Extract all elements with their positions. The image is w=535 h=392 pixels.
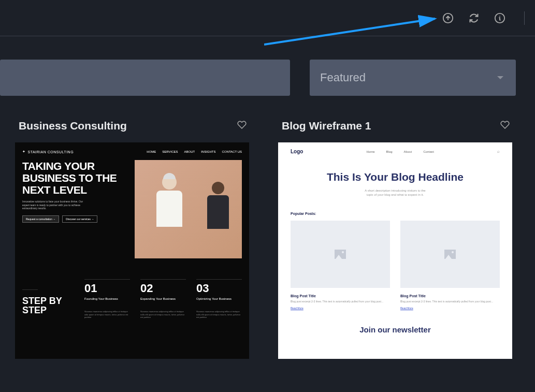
card-header: Business Consulting bbox=[10, 120, 254, 142]
preview-subtext: A short description introducing visitors… bbox=[291, 188, 500, 197]
preview-section-title: Popular Posts: bbox=[291, 212, 500, 215]
card-title: Business Consulting bbox=[19, 120, 127, 132]
preview-post: Blog Post Title Blog post excerpt 2-3 li… bbox=[291, 221, 390, 310]
toolbar bbox=[0, 0, 535, 36]
info-icon[interactable] bbox=[494, 12, 505, 24]
toolbar-divider bbox=[524, 11, 525, 25]
card-title: Blog Wireframe 1 bbox=[282, 120, 371, 132]
card-header: Blog Wireframe 1 bbox=[273, 120, 517, 142]
template-cards: Business Consulting ✦STAIRIAN CONSULTING… bbox=[0, 96, 535, 359]
refresh-icon[interactable] bbox=[468, 12, 480, 24]
upload-icon[interactable] bbox=[442, 12, 454, 24]
preview-headline: This Is Your Blog Headline bbox=[291, 171, 500, 183]
template-card[interactable]: Business Consulting ✦STAIRIAN CONSULTING… bbox=[10, 120, 254, 359]
preview-nav: Home Blog About Contact bbox=[367, 150, 434, 153]
preview-search-icon: ⌕ bbox=[497, 149, 500, 154]
preview-post-image bbox=[400, 221, 500, 288]
template-preview: Logo Home Blog About Contact ⌕ This Is Y… bbox=[278, 142, 512, 359]
preview-cta2: Discover our services → bbox=[62, 215, 97, 223]
sort-dropdown[interactable]: Featured bbox=[310, 60, 516, 96]
filters-row: Featured bbox=[0, 36, 535, 96]
preview-cta1: Request a consultation → bbox=[22, 215, 59, 223]
favorite-icon[interactable] bbox=[500, 120, 510, 132]
preview-logo: Logo bbox=[291, 149, 303, 154]
preview-brand: ✦STAIRIAN CONSULTING bbox=[22, 150, 74, 154]
preview-nav: HOME SERVICES ABOUT INSIGHTS CONTACT US bbox=[147, 150, 242, 153]
chevron-down-icon bbox=[497, 76, 503, 79]
preview-headline: TAKING YOUR BUSINESS TO THE NEXT LEVEL bbox=[22, 160, 129, 196]
preview-post: Blog Post Title Blog post excerpt 2-3 li… bbox=[400, 221, 500, 310]
template-preview: ✦STAIRIAN CONSULTING HOME SERVICES ABOUT… bbox=[15, 142, 249, 359]
dropdown-label: Featured bbox=[320, 71, 366, 84]
preview-hero-image bbox=[135, 160, 242, 258]
preview-steps-title: STEP BY STEP bbox=[22, 296, 74, 315]
preview-newsletter: Join our newsletter bbox=[291, 325, 500, 334]
favorite-icon[interactable] bbox=[237, 120, 247, 132]
preview-post-image bbox=[291, 221, 390, 288]
template-card[interactable]: Blog Wireframe 1 Logo Home Blog About Co… bbox=[273, 120, 517, 359]
search-input[interactable] bbox=[0, 60, 290, 96]
preview-subtext: Innovative solutions to face your busine… bbox=[22, 200, 84, 210]
